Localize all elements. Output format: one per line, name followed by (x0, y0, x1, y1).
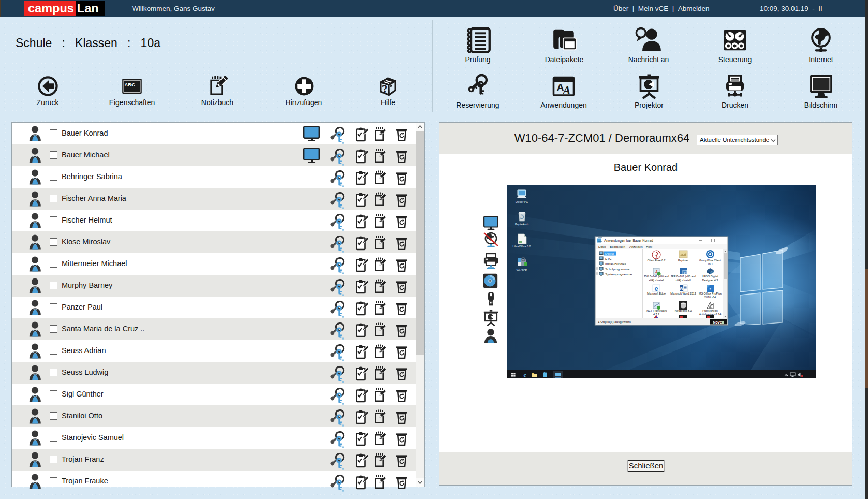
svg-text:Promethean: Promethean (702, 309, 717, 312)
svg-text:LEGO Digital: LEGO Digital (702, 275, 718, 278)
svg-text:W: W (680, 286, 683, 291)
svg-text:Hilfe: Hilfe (646, 245, 653, 248)
svg-text:MS Office ProPlus: MS Office ProPlus (699, 292, 722, 295)
svg-text:Dieser PC: Dieser PC (516, 200, 528, 203)
svg-text:Explorer: Explorer (678, 259, 688, 262)
svg-text:z: z (709, 287, 711, 291)
svg-text:Bearbeiten: Bearbeiten (610, 245, 625, 248)
svg-text:Install-Bundles: Install-Bundles (605, 262, 626, 266)
svg-text:Papierkorb: Papierkorb (515, 223, 528, 226)
svg-text:Novell: Novell (713, 320, 724, 324)
svg-text:Anwendungen fuer Bauer Konrad: Anwendungen fuer Bauer Konrad (604, 239, 653, 243)
svg-text:WinSCP: WinSCP (517, 269, 527, 272)
svg-text:18.1: 18.1 (708, 262, 713, 266)
svg-text:1 Objekt(e) ausgewählt: 1 Objekt(e) ausgewählt (598, 320, 631, 324)
svg-text:Anzeigen: Anzeigen (629, 245, 643, 248)
svg-text:e: e (654, 285, 658, 292)
svg-text:Designer 4.3: Designer 4.3 (702, 278, 718, 282)
svg-text:z: z (684, 271, 686, 274)
svg-text:LibreOffice 6.0: LibreOffice 6.0 (513, 245, 531, 248)
svg-text:Systemprogramme: Systemprogramme (605, 272, 632, 276)
svg-text:ETC: ETC (605, 257, 612, 260)
svg-text:2016 x64: 2016 x64 (704, 296, 716, 299)
svg-text:JRE 8u161 (x86 and: JRE 8u161 (x86 and (670, 275, 696, 278)
svg-text:NetBeans 8.0: NetBeans 8.0 (675, 309, 692, 312)
svg-text:Citavi Free 6.2: Citavi Free 6.2 (647, 259, 665, 262)
svg-text:Datei: Datei (598, 245, 606, 248)
svg-text:GroupWise Client: GroupWise Client (699, 259, 722, 262)
svg-text:x64) - Install: x64) - Install (675, 278, 690, 282)
svg-text:[Alles]: [Alles] (605, 252, 614, 255)
svg-text:.NET Framework: .NET Framework (646, 309, 667, 312)
svg-text:x64) - Install: x64) - Install (649, 278, 664, 282)
svg-text:JDK 8u141 (x86 and: JDK 8u141 (x86 and (643, 275, 669, 278)
svg-text:e: e (523, 372, 526, 378)
svg-text:Microsoft Word 2013: Microsoft Word 2013 (670, 292, 696, 295)
svg-text:Microsoft Edge: Microsoft Edge (647, 292, 666, 295)
svg-text:Schulprogramme: Schulprogramme (605, 267, 630, 271)
